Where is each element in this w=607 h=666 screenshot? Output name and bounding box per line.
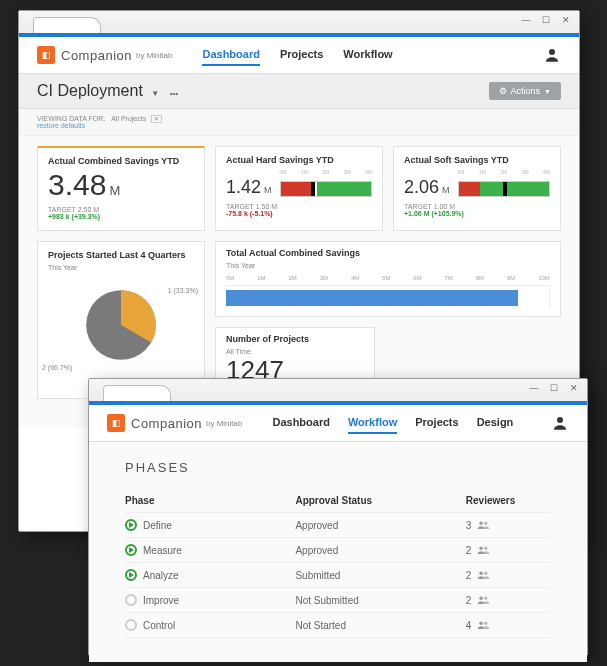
workflow-window: — ☐ ✕ ◧ Companion by Minitab Dashboard W… <box>88 378 588 656</box>
play-icon <box>125 569 137 581</box>
hbar-card[interactable]: Total Actual Combined Savings This Year … <box>215 241 561 317</box>
kpi-delta: +983 k (+39.3%) <box>48 213 194 220</box>
actions-label: Actions <box>511 86 541 96</box>
nav-projects[interactable]: Projects <box>415 412 458 434</box>
row-2: Projects Started Last 4 Quarters This Ye… <box>37 241 561 399</box>
kpi-card-soft[interactable]: Actual Soft Savings YTD 2.06M 0M1M2M3M4M… <box>393 146 561 231</box>
phase-status: Approved <box>295 520 465 531</box>
table-row[interactable]: ImproveNot Submitted2 <box>125 588 551 613</box>
circle-icon <box>125 594 137 606</box>
svg-point-9 <box>480 597 484 601</box>
col-header-phase: Phase <box>125 495 295 506</box>
window-chrome: — ☐ ✕ <box>19 11 579 33</box>
app-header: ◧ Companion by Minitab Dashboard Workflo… <box>89 405 587 442</box>
filter-clear-icon[interactable]: ✕ <box>151 115 162 123</box>
kpi-row: Actual Combined Savings YTD 3.48M TARGET… <box>37 146 561 231</box>
svg-point-6 <box>484 547 488 551</box>
svg-point-0 <box>549 49 555 55</box>
user-icon[interactable] <box>543 46 561 64</box>
nav-workflow[interactable]: Workflow <box>343 44 392 66</box>
kpi-target: TARGET 2.50 M <box>48 206 194 213</box>
kpi-title: Actual Combined Savings YTD <box>48 156 194 166</box>
table-row[interactable]: MeasureApproved2 <box>125 538 551 563</box>
page-subheader: CI Deployment ▼ ••• ⚙ Actions ▼ <box>19 74 579 109</box>
table-row[interactable]: AnalyzeSubmitted2 <box>125 563 551 588</box>
hbar-chart: 0M1M2M3M4M5M6M7M8M9M10M <box>226 273 550 308</box>
kpi-card-hard[interactable]: Actual Hard Savings YTD 1.42M 0M1M2M3M4M… <box>215 146 383 231</box>
phases-panel: PHASES Phase Approval Status Reviewers D… <box>89 442 587 662</box>
reviewer-count: 2 <box>466 545 472 556</box>
kpi-bullet-chart <box>458 181 550 197</box>
card-subtitle: This Year <box>48 264 194 271</box>
svg-point-8 <box>484 572 488 576</box>
people-icon <box>477 545 491 555</box>
people-icon <box>477 520 491 530</box>
phase-name: Define <box>143 520 172 531</box>
hbar-axis: 0M1M2M3M4M5M6M7M8M9M10M <box>226 273 550 286</box>
phase-status: Not Started <box>295 620 465 631</box>
nav-projects[interactable]: Projects <box>280 44 323 66</box>
table-header-row: Phase Approval Status Reviewers <box>125 489 551 513</box>
kpi-card-combined[interactable]: Actual Combined Savings YTD 3.48M TARGET… <box>37 146 205 231</box>
actions-button[interactable]: ⚙ Actions ▼ <box>489 82 561 100</box>
app-header: ◧ Companion by Minitab Dashboard Project… <box>19 37 579 74</box>
table-row[interactable]: ControlNot Started4 <box>125 613 551 638</box>
pie-slice-label-2: 2 (66.7%) <box>42 364 72 371</box>
brand-name: Companion <box>131 416 202 431</box>
nav-dashboard[interactable]: Dashboard <box>272 412 329 434</box>
brand-logo-icon: ◧ <box>37 46 55 64</box>
window-controls: — ☐ ✕ <box>527 383 581 393</box>
brand-subtitle: by Minitab <box>136 51 172 60</box>
play-icon <box>125 519 137 531</box>
chevron-down-icon: ▼ <box>544 88 551 95</box>
phase-name: Control <box>143 620 175 631</box>
nav-dashboard[interactable]: Dashboard <box>202 44 259 66</box>
table-row[interactable]: DefineApproved3 <box>125 513 551 538</box>
window-controls: — ☐ ✕ <box>519 15 573 25</box>
reviewer-count: 2 <box>466 570 472 581</box>
phases-table: Phase Approval Status Reviewers DefineAp… <box>125 489 551 638</box>
kpi-value: 1.42 <box>226 177 261 197</box>
kpi-value: 3.48 <box>48 168 106 201</box>
brand-subtitle: by Minitab <box>206 419 242 428</box>
kpi-target: TARGET 1.50 M <box>226 203 372 210</box>
chevron-down-icon: ▼ <box>151 89 159 98</box>
pie-card[interactable]: Projects Started Last 4 Quarters This Ye… <box>37 241 205 399</box>
phase-status: Approved <box>295 545 465 556</box>
brand-name: Companion <box>61 48 132 63</box>
pie-chart <box>75 279 167 371</box>
card-subtitle: This Year <box>226 262 550 269</box>
svg-point-2 <box>557 417 563 423</box>
card-title: Total Actual Combined Savings <box>226 248 550 258</box>
restore-defaults-link[interactable]: restore defaults <box>37 122 85 129</box>
svg-point-4 <box>484 522 488 526</box>
phase-name: Analyze <box>143 570 179 581</box>
phase-name: Improve <box>143 595 179 606</box>
user-icon[interactable] <box>551 414 569 432</box>
reviewer-count: 4 <box>466 620 472 631</box>
close-icon[interactable]: ✕ <box>559 15 573 25</box>
browser-tab[interactable] <box>33 17 101 33</box>
brand-logo-icon: ◧ <box>107 414 125 432</box>
phase-name: Measure <box>143 545 182 556</box>
minimize-icon[interactable]: — <box>519 15 533 25</box>
dashboard-title: CI Deployment <box>37 82 143 99</box>
phase-status: Not Submitted <box>295 595 465 606</box>
svg-point-5 <box>480 547 484 551</box>
pie-slice-label-1: 1 (33.3%) <box>168 287 198 294</box>
browser-tab[interactable] <box>103 385 171 401</box>
nav-design[interactable]: Design <box>477 412 514 434</box>
reviewer-count: 3 <box>466 520 472 531</box>
filter-value: All Projects <box>111 115 146 122</box>
maximize-icon[interactable]: ☐ <box>547 383 561 393</box>
close-icon[interactable]: ✕ <box>567 383 581 393</box>
minimize-icon[interactable]: — <box>527 383 541 393</box>
dashboard-selector[interactable]: CI Deployment ▼ ••• <box>37 82 178 100</box>
people-icon <box>477 620 491 630</box>
filter-bar: VIEWING DATA FOR: All Projects ✕ restore… <box>19 109 579 136</box>
nav-workflow[interactable]: Workflow <box>348 412 397 434</box>
phases-heading: PHASES <box>125 460 551 475</box>
reviewer-count: 2 <box>466 595 472 606</box>
maximize-icon[interactable]: ☐ <box>539 15 553 25</box>
svg-point-10 <box>484 597 488 601</box>
